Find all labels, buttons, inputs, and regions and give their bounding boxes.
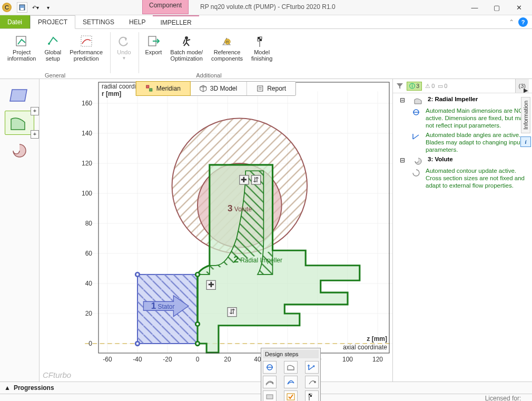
performance-prediction-button[interactable]: Performance prediction	[65, 32, 107, 67]
svg-rect-15	[150, 89, 152, 91]
svg-text:R: R	[226, 40, 229, 44]
svg-point-45	[195, 341, 199, 345]
svg-rect-14	[146, 85, 149, 88]
tab-settings[interactable]: SETTINGS	[75, 15, 122, 28]
tab-meridian[interactable]: Meridian	[136, 81, 191, 96]
tree-toggle-icon-2[interactable]: ⊟	[396, 155, 409, 165]
close-button[interactable]: ✕	[508, 0, 530, 15]
ds-check-icon[interactable]	[284, 390, 298, 401]
add-above-icon[interactable]: +	[31, 107, 39, 115]
component-stator[interactable]	[5, 83, 34, 107]
svg-text:z [mm]: z [mm]	[367, 335, 387, 343]
minimize-button[interactable]: —	[464, 0, 486, 15]
svg-text:40: 40	[254, 356, 261, 363]
svg-marker-13	[10, 90, 27, 101]
meridian-view[interactable]: Meridian 3D Model Report	[40, 79, 392, 382]
info-count-badge[interactable]: ⓘ3	[407, 82, 422, 91]
global-setup-button[interactable]: Global setup	[40, 32, 65, 67]
qat-more-icon[interactable]: ▾	[43, 3, 53, 12]
main-dim-msg-icon	[410, 107, 422, 129]
info-panel-header: ⓘ3 ⚠0 ▭0 (3)	[393, 79, 532, 93]
svg-point-3	[48, 43, 50, 45]
tab-impeller[interactable]: IMPELLER	[153, 15, 199, 28]
filter-icon[interactable]	[396, 82, 403, 90]
warn-count[interactable]: ⚠0	[425, 83, 435, 90]
node-volute-head[interactable]: 3: Volute	[428, 155, 453, 165]
batch-mode-button[interactable]: Batch mode/ Optimization	[166, 32, 207, 67]
licensed-label: Licensed for:	[485, 395, 528, 401]
node-impeller-head[interactable]: 2: Radial Impeller	[428, 95, 478, 105]
main-area: + + Meridian 3D Model Report	[0, 79, 532, 382]
watermark: CFturbo	[43, 370, 71, 379]
ds-main-dim-icon[interactable]	[263, 361, 277, 374]
plot-handle-4: ⇵	[228, 307, 237, 316]
component-tag: Component	[142, 0, 189, 14]
svg-text:⇵: ⇵	[229, 307, 235, 316]
reference-components-button[interactable]: RReference components	[207, 32, 247, 67]
undo-button: Undo▼	[113, 32, 135, 67]
tab-report[interactable]: Report	[247, 82, 295, 95]
blade-angle-msg-icon	[410, 131, 422, 153]
svg-text:100: 100	[82, 190, 92, 197]
tab-3d-model[interactable]: 3D Model	[190, 82, 247, 95]
svg-point-46	[195, 272, 199, 276]
svg-rect-85	[267, 395, 273, 399]
export-button[interactable]: Export	[141, 32, 166, 67]
tab-project[interactable]: PROJECT	[30, 15, 75, 29]
svg-text:axial coordinate: axial coordinate	[343, 344, 387, 351]
svg-text:0: 0	[88, 340, 92, 347]
design-steps-title: Design steps	[263, 350, 319, 358]
maximize-button[interactable]: ▢	[486, 0, 508, 15]
project-information-button[interactable]: Project information	[3, 32, 40, 67]
ds-blade-thick-icon[interactable]	[263, 376, 277, 388]
meridian-plot[interactable]: ✚ ⇵ ✚ ⇵ 1 Stator 2 Radial Impeller 3 Vol…	[40, 79, 392, 370]
ds-blade-profile-icon[interactable]	[284, 376, 298, 388]
ds-blade-angle-icon[interactable]	[305, 361, 319, 374]
svg-text:120: 120	[82, 160, 92, 167]
model-finishing-button[interactable]: Model finishing	[247, 32, 277, 67]
svg-rect-16	[258, 86, 263, 91]
help-icon[interactable]: ?	[518, 17, 528, 27]
expand-arrow-icon[interactable]: ▶	[524, 87, 528, 94]
msg-2: Automated blade angles are active. Blade…	[426, 131, 529, 153]
info-panel: ⓘ3 ⚠0 ▭0 (3) ⊟ 2: Radial Impeller Automa…	[392, 79, 532, 382]
svg-text:20: 20	[224, 356, 231, 363]
information-tab[interactable]: Information	[521, 97, 530, 133]
volute-msg-icon	[410, 167, 422, 189]
msg-3: Automated contour update active. Cross s…	[426, 167, 529, 189]
svg-point-47	[195, 322, 199, 326]
chevron-icon: ▲	[4, 384, 11, 392]
add-below-icon[interactable]: +	[31, 130, 39, 139]
ds-solids-icon[interactable]	[263, 390, 277, 401]
ds-meridian-icon[interactable]	[284, 361, 298, 374]
tree-toggle-icon[interactable]: ⊟	[396, 95, 409, 105]
menubar: Datei PROJECT SETTINGS HELP IMPELLER ⌃ ?	[0, 15, 532, 29]
component-impeller[interactable]: + +	[5, 111, 34, 135]
svg-text:140: 140	[82, 130, 92, 137]
svg-text:20: 20	[85, 310, 93, 317]
svg-text:120: 120	[372, 356, 383, 363]
undo-qat-icon[interactable]: ↶▾	[31, 3, 40, 12]
tab-datei[interactable]: Datei	[0, 15, 30, 28]
svg-point-6	[185, 36, 188, 40]
side-tabs: ▶ Information i	[519, 87, 532, 147]
svg-text:-60: -60	[103, 356, 112, 363]
svg-text:100: 100	[342, 356, 353, 363]
info-i-icon[interactable]: i	[520, 136, 531, 147]
ds-finish-icon[interactable]	[305, 390, 319, 401]
group-general-label: General	[3, 72, 107, 79]
window-title: RP nq20 volute.cft (PUMP) - CFturbo 2020…	[200, 3, 336, 11]
ds-edge-icon[interactable]	[305, 376, 319, 388]
svg-rect-4	[81, 36, 92, 46]
svg-rect-88	[310, 394, 312, 395]
svg-text:40: 40	[85, 280, 93, 287]
other-count[interactable]: ▭0	[438, 83, 447, 90]
component-volute[interactable]	[5, 138, 34, 162]
svg-text:✚: ✚	[208, 280, 214, 289]
collapse-ribbon-icon[interactable]: ⌃	[509, 18, 514, 26]
svg-text:-20: -20	[163, 356, 172, 363]
design-steps-popup[interactable]: Design steps	[261, 348, 321, 401]
svg-rect-1	[21, 8, 24, 10]
save-icon[interactable]	[17, 2, 27, 13]
tab-help[interactable]: HELP	[122, 15, 153, 28]
